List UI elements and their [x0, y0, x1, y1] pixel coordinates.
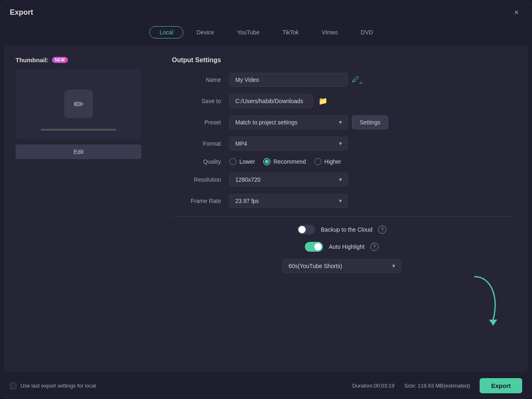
thumbnail-icon-box: ✏: [64, 90, 93, 118]
tab-dvd[interactable]: DVD: [351, 27, 383, 38]
frame-rate-select-wrap: 23.97 fps24 fps25 fps29.97 fps30 fps60 f…: [229, 194, 348, 208]
svg-marker-0: [489, 320, 497, 326]
save-path-input[interactable]: [229, 94, 313, 108]
quality-lower-radio[interactable]: [229, 158, 237, 165]
name-row: Name 🖊AI: [172, 73, 512, 87]
thumbnail-bar: [41, 129, 117, 131]
right-panel: Output Settings Name 🖊AI Save to 📁 Prese…: [164, 45, 528, 372]
dialog-title: Export: [10, 8, 33, 17]
backup-cloud-help-icon[interactable]: ?: [378, 225, 386, 234]
ai-icon[interactable]: 🖊AI: [352, 75, 363, 85]
export-button[interactable]: Export: [480, 378, 522, 393]
save-to-row: Save to 📁: [172, 94, 512, 108]
settings-button[interactable]: Settings: [352, 115, 388, 129]
tab-tiktok[interactable]: TikTok: [273, 27, 309, 38]
quality-recommend-label: Recommend: [273, 158, 306, 165]
backup-cloud-row: Backup to the Cloud ?: [172, 225, 512, 234]
title-bar: Export ×: [0, 0, 532, 23]
output-settings-title: Output Settings: [172, 56, 512, 64]
auto-highlight-toggle-thumb: [314, 243, 322, 250]
duration-info: Duration:00:03:19: [352, 383, 394, 389]
divider: [172, 216, 512, 216]
quality-higher-label: Higher: [325, 158, 341, 165]
tab-vimeo[interactable]: Vimeo: [312, 27, 347, 38]
duration-select-row: 60s(YouTube Shorts)30s15sCustom ▼: [172, 259, 512, 273]
name-label: Name: [172, 77, 221, 83]
tab-youtube[interactable]: YouTube: [227, 27, 269, 38]
auto-highlight-toggle[interactable]: [305, 242, 323, 252]
thumbnail-preview: ✏: [16, 69, 142, 139]
format-select-wrap: MP4MOVAVIMKVGIF ▼: [229, 137, 348, 151]
close-button[interactable]: ×: [511, 7, 522, 18]
auto-highlight-label: Auto Highlight: [329, 243, 364, 250]
frame-rate-select[interactable]: 23.97 fps24 fps25 fps29.97 fps30 fps60 f…: [229, 194, 348, 208]
format-label: Format: [172, 140, 221, 147]
tab-local[interactable]: Local: [149, 26, 183, 38]
tabs-bar: Local Device YouTube TikTok Vimeo DVD: [0, 23, 532, 45]
resolution-select[interactable]: 1280x7201920x10803840x2160720x480: [229, 173, 348, 187]
preset-select[interactable]: Match to project settingsCustomHigh Qual…: [229, 115, 348, 129]
folder-button[interactable]: 📁: [316, 95, 329, 108]
path-row: 📁: [229, 94, 329, 108]
main-content: Thumbnail: NEW ✏ Edit Output Settings Na…: [4, 45, 528, 372]
bottom-right: Duration:00:03:19 Size: 118.63 MB(estima…: [352, 378, 522, 393]
quality-lower-label: Lower: [239, 158, 255, 165]
backup-cloud-toggle[interactable]: [297, 225, 315, 234]
arrow-annotation: [467, 273, 503, 327]
resolution-select-wrap: 1280x7201920x10803840x2160720x480 ▼: [229, 173, 348, 187]
use-last-label: Use last export settings for local: [20, 383, 96, 389]
name-input[interactable]: [229, 73, 348, 87]
auto-highlight-help-icon[interactable]: ?: [370, 243, 379, 251]
preset-label: Preset: [172, 119, 221, 126]
frame-rate-row: Frame Rate 23.97 fps24 fps25 fps29.97 fp…: [172, 194, 512, 208]
radio-inner-dot: [265, 160, 269, 164]
pencil-icon: ✏: [74, 97, 84, 111]
quality-recommend-radio[interactable]: [263, 158, 271, 165]
format-row: Format MP4MOVAVIMKVGIF ▼: [172, 137, 512, 151]
quality-row: Quality Lower Recommend Higher: [172, 158, 512, 165]
backup-cloud-label: Backup to the Cloud: [321, 226, 372, 233]
new-badge: NEW: [52, 57, 68, 63]
edit-thumbnail-button[interactable]: Edit: [16, 144, 142, 159]
use-last-settings-checkbox[interactable]: Use last export settings for local: [10, 383, 96, 389]
preset-row: Preset Match to project settingsCustomHi…: [172, 115, 512, 129]
backup-cloud-toggle-thumb: [298, 226, 306, 233]
thumbnail-text: Thumbnail:: [16, 56, 49, 63]
tab-device[interactable]: Device: [187, 27, 224, 38]
auto-highlight-row: Auto Highlight ?: [172, 242, 512, 252]
quality-higher-radio[interactable]: [314, 158, 322, 165]
left-panel: Thumbnail: NEW ✏ Edit: [4, 45, 164, 372]
duration-select[interactable]: 60s(YouTube Shorts)30s15sCustom: [282, 259, 401, 273]
bottom-bar: Use last export settings for local Durat…: [0, 372, 532, 399]
quality-lower-option[interactable]: Lower: [229, 158, 255, 165]
preset-select-wrap: Match to project settingsCustomHigh Qual…: [229, 115, 348, 129]
save-to-label: Save to: [172, 98, 221, 104]
duration-select-wrap: 60s(YouTube Shorts)30s15sCustom ▼: [282, 259, 401, 273]
resolution-label: Resolution: [172, 176, 221, 183]
size-info: Size: 118.63 MB(estimated): [404, 383, 470, 389]
thumbnail-section-label: Thumbnail: NEW: [16, 56, 68, 63]
quality-higher-option[interactable]: Higher: [314, 158, 341, 165]
quality-recommend-option[interactable]: Recommend: [263, 158, 306, 165]
format-select[interactable]: MP4MOVAVIMKVGIF: [229, 137, 348, 151]
export-dialog: Export × Local Device YouTube TikTok Vim…: [0, 0, 532, 399]
quality-label: Quality: [172, 158, 221, 165]
frame-rate-label: Frame Rate: [172, 198, 221, 204]
quality-options: Lower Recommend Higher: [229, 158, 341, 165]
resolution-row: Resolution 1280x7201920x10803840x2160720…: [172, 173, 512, 187]
use-last-checkbox-box[interactable]: [10, 383, 16, 389]
